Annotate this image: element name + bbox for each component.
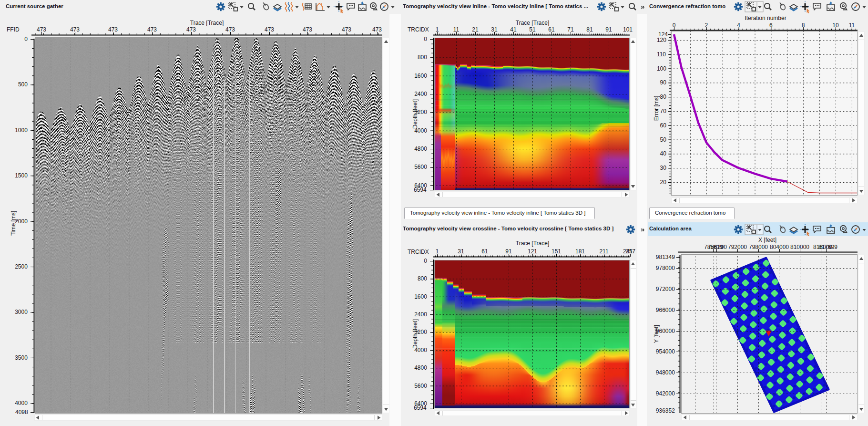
svg-text:»: » — [641, 2, 644, 10]
svg-text:»: » — [641, 225, 644, 233]
